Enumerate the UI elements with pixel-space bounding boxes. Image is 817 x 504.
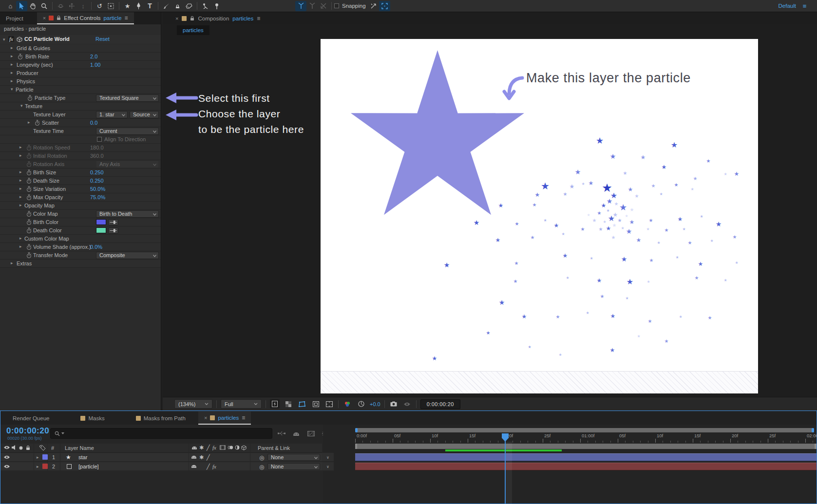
- stopwatch-icon[interactable]: [26, 186, 32, 192]
- property-value[interactable]: 360.0: [90, 153, 104, 159]
- effect-row-color-map[interactable]: Color MapBirth to Death: [0, 210, 161, 218]
- layer-duration-bar-1[interactable]: [355, 453, 817, 461]
- lock-column-icon[interactable]: [26, 445, 30, 450]
- shy-switch-icon[interactable]: [191, 464, 197, 468]
- expand-icon[interactable]: ▸: [11, 45, 13, 50]
- frame-blend-header-icon[interactable]: [220, 445, 226, 450]
- effect-reset-link[interactable]: Reset: [95, 36, 110, 42]
- video-column-eye-icon[interactable]: [3, 445, 10, 450]
- property-value[interactable]: 0.0%: [90, 244, 102, 250]
- property-dropdown[interactable]: Current: [96, 128, 159, 135]
- layer-duration-bar-2[interactable]: [355, 463, 817, 470]
- effect-row-size-variation[interactable]: ▸Size Variation50.0%: [0, 185, 161, 193]
- layer-row-star[interactable]: ▸1★star✱╱◎None: [0, 453, 322, 462]
- expander-icon[interactable]: ▾: [3, 37, 5, 42]
- tab-effect-controls[interactable]: × Effect Controls particle ≡: [37, 12, 134, 24]
- parent-link-column-header[interactable]: Parent & Link: [258, 445, 290, 451]
- effects-switch-header-icon[interactable]: fx: [212, 445, 216, 450]
- expand-icon[interactable]: ▸: [28, 120, 30, 125]
- expand-icon[interactable]: ▸: [19, 178, 22, 183]
- stopwatch-icon[interactable]: [26, 153, 32, 159]
- shy-switch-icon[interactable]: [191, 454, 197, 459]
- stopwatch-icon[interactable]: [26, 219, 32, 225]
- collapse-icon[interactable]: ▾: [20, 103, 23, 108]
- stopwatch-icon[interactable]: [26, 178, 32, 184]
- effect-row-rotation-speed[interactable]: ▸Rotation Speed180.0: [0, 144, 161, 152]
- effect-row-initial-rotation[interactable]: ▸Initial Rotation360.0: [0, 152, 161, 160]
- effect-row-particle-type[interactable]: Particle TypeTextured Square: [0, 94, 161, 102]
- fx-switch-icon[interactable]: fx: [212, 464, 216, 469]
- effect-row-texture-time[interactable]: Texture TimeCurrent: [0, 127, 161, 135]
- layer-expand-icon[interactable]: ▸: [37, 455, 39, 460]
- effect-row-opacity-map[interactable]: ▸Opacity Map: [0, 202, 161, 210]
- composition-viewer-tab[interactable]: particles: [177, 25, 209, 35]
- view-axis-mode-icon[interactable]: [318, 1, 329, 11]
- effect-row-birth-size[interactable]: ▸Birth Size0.250: [0, 168, 161, 177]
- snap-options-icon[interactable]: [379, 1, 390, 11]
- parent-pickwhip-icon[interactable]: ◎: [259, 464, 264, 470]
- property-value[interactable]: 0.250: [90, 169, 104, 175]
- time-navigator-bar[interactable]: [355, 428, 814, 432]
- fast-previews-icon[interactable]: [270, 399, 280, 409]
- ruler-area[interactable]: 0:00f05f10f15f20f25f01:00f05f10f15f20f25…: [335, 433, 817, 443]
- solo-column-icon[interactable]: [19, 446, 23, 450]
- workspace-label[interactable]: Default: [779, 3, 796, 9]
- pan-behind-tool-icon[interactable]: [105, 1, 116, 11]
- panel-menu-icon[interactable]: ≡: [242, 414, 245, 421]
- expand-icon[interactable]: ▸: [11, 70, 13, 75]
- threed-header-icon[interactable]: [241, 445, 247, 450]
- magnification-dropdown[interactable]: (134%): [174, 399, 212, 409]
- exposure-icon[interactable]: [356, 399, 366, 409]
- expand-icon[interactable]: ▸: [11, 62, 13, 67]
- expand-icon[interactable]: ▸: [19, 169, 22, 174]
- tab-particles[interactable]: × particles ≡: [198, 411, 251, 425]
- local-axis-mode-icon[interactable]: [295, 1, 306, 11]
- effect-row-longevity-sec-[interactable]: ▸Longevity (sec)1.00: [0, 61, 161, 69]
- expand-icon[interactable]: ▸: [19, 186, 22, 191]
- collapse-icon[interactable]: ▾: [11, 87, 13, 92]
- color-swatch[interactable]: [96, 227, 106, 233]
- stopwatch-icon[interactable]: [26, 145, 32, 151]
- navigator-end-handle[interactable]: [812, 428, 814, 432]
- layer-name-column-header[interactable]: Layer Name: [65, 445, 94, 451]
- layer-name-label[interactable]: [particle]: [78, 464, 99, 469]
- expand-icon[interactable]: ▸: [11, 54, 13, 58]
- effect-row-texture[interactable]: ▾Texture: [0, 102, 161, 111]
- close-tab-icon[interactable]: ×: [204, 415, 207, 421]
- roto-brush-tool-icon[interactable]: [200, 1, 211, 11]
- layer-name-label[interactable]: star: [78, 454, 87, 460]
- workspace-menu-icon[interactable]: ≡: [799, 1, 810, 11]
- home-icon[interactable]: ⌂: [5, 1, 16, 11]
- expand-icon[interactable]: ▸: [19, 145, 22, 149]
- parent-dropdown[interactable]: None: [267, 454, 320, 461]
- stopwatch-icon[interactable]: [26, 211, 32, 217]
- texture-layer-dropdown[interactable]: 1. star: [96, 111, 128, 118]
- layer-expand-icon[interactable]: ▸: [37, 464, 39, 469]
- property-dropdown[interactable]: Any Axis: [96, 161, 159, 168]
- tab-masks[interactable]: Masks: [75, 411, 110, 425]
- stopwatch-icon[interactable]: [26, 244, 32, 250]
- parent-pickwhip-icon[interactable]: ◎: [259, 454, 264, 461]
- layer-visibility-eye-icon[interactable]: [3, 464, 10, 469]
- effect-row-birth-color[interactable]: Birth Color: [0, 218, 161, 226]
- puppet-pin-tool-icon[interactable]: [211, 1, 222, 11]
- timeline-search-input[interactable]: [50, 428, 272, 439]
- stopwatch-icon[interactable]: [26, 252, 32, 259]
- shy-switch-header-icon[interactable]: [191, 445, 197, 449]
- quality-switch-header-icon[interactable]: ╱: [207, 445, 210, 451]
- property-dropdown[interactable]: Composite: [96, 252, 159, 259]
- effect-row-align-to-direction[interactable]: Align To Direction: [0, 135, 161, 144]
- effect-row-custom-color-map[interactable]: ▸Custom Color Map: [0, 235, 161, 243]
- slash-switch-icon[interactable]: ╱: [207, 464, 210, 470]
- expand-icon[interactable]: ▸: [11, 78, 13, 83]
- effect-row-rotation-axis[interactable]: Rotation AxisAny Axis: [0, 160, 161, 168]
- playhead-line[interactable]: [505, 433, 506, 504]
- expand-icon[interactable]: ▸: [19, 194, 22, 199]
- collapse-switch-header-icon[interactable]: ✱: [199, 445, 204, 451]
- expand-icon[interactable]: ▸: [19, 236, 22, 241]
- layer-row-particle[interactable]: ▸2[particle]╱fx◎None: [0, 462, 322, 471]
- property-value[interactable]: 2.0: [90, 54, 97, 59]
- effect-row-volume-shade-approx-[interactable]: ▸Volume Shade (approx.)0.0%: [0, 243, 161, 251]
- frame-blending-toggle-icon[interactable]: [306, 429, 315, 437]
- stopwatch-icon[interactable]: [26, 194, 32, 201]
